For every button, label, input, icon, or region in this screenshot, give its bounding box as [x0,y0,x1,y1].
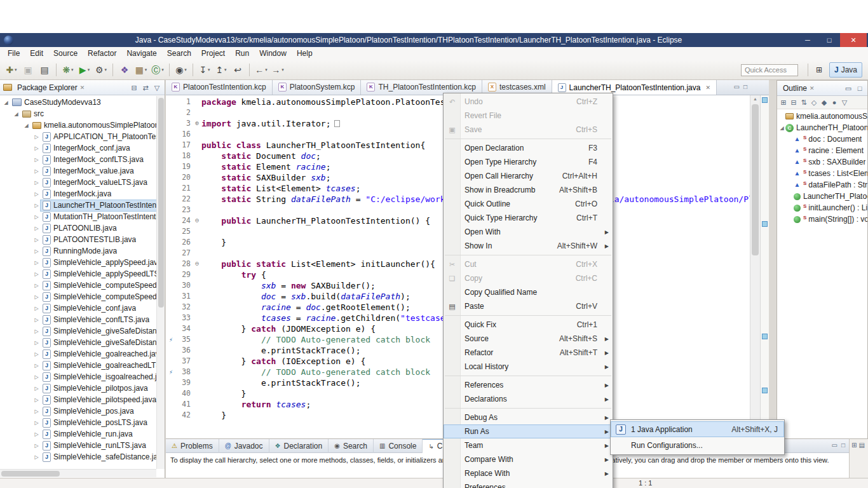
external-tools-button[interactable]: ⚙▾ [93,62,109,78]
outline-item[interactable]: ▲SdataFilePath : String [777,179,867,191]
collapsed-arrow-icon[interactable]: ▷ [32,283,41,288]
close-view-icon[interactable]: ✕ [810,85,815,92]
collapse-all-icon[interactable]: ⊟ [789,97,798,107]
editor-vertical-scrollbar[interactable]: ▲ ▼ [750,95,760,438]
tree-item[interactable]: ▷JIntegerMock_value.java [0,165,156,177]
collapsed-arrow-icon[interactable]: ▷ [32,454,41,460]
editor-tab-platoonsystem-kcp[interactable]: KPlatoonSystem.kcp [273,80,362,95]
tree-item[interactable]: ▷JIntegerMock_valueLTS.java [0,177,156,188]
menu-refactor[interactable]: Refactor [83,47,121,60]
restore-view-icon[interactable]: ⊞ [851,442,857,449]
context-menu-item-open-call-hierarchy[interactable]: Open Call HierarchyCtrl+Alt+H [444,169,613,183]
context-menu-item-show-in-breadcrumb[interactable]: Show in BreadcrumbAlt+Shift+B [444,183,613,197]
context-menu-item-refactor[interactable]: RefactorAlt+Shift+T▶ [444,346,613,360]
outline-item[interactable]: Smain(String[]) : void [777,214,867,225]
debug-button[interactable]: ❋▾ [60,62,76,78]
context-menu-item-paste[interactable]: ▤PasteCtrl+V [444,299,613,313]
new-wizard-button[interactable]: ✚▾ [4,62,19,78]
dropdown-arrow-icon[interactable]: ▾ [71,67,74,72]
outline-item[interactable]: ▲Ssxb : SAXBuilder [777,156,867,168]
context-menu-item-quick-type-hierarchy[interactable]: Quick Type HierarchyCtrl+T [444,211,613,225]
bottom-tab-declaration[interactable]: ❖Declaration [269,439,329,453]
menu-project[interactable]: Project [196,47,230,60]
collapsed-arrow-icon[interactable]: ▷ [32,146,41,151]
dropdown-arrow-icon[interactable]: ▾ [88,67,90,72]
context-menu-item-replace-with[interactable]: Replace With▶ [444,466,613,480]
tree-item[interactable]: ◢CaseStudyModevva13 [0,97,156,108]
editor-tab-platoontestintention-kcp[interactable]: KPlatoonTestIntention.kcp [166,80,273,95]
tree-item[interactable]: ▷JSimpleVehicle_runLTS.java [0,440,156,451]
close-button[interactable]: ✕ [840,33,867,47]
save-button[interactable]: ▣ [20,62,36,78]
hide-static-members-icon[interactable]: ◆ [820,97,829,107]
next-annotation-button[interactable]: ↧▾ [197,62,212,78]
collapsed-arrow-icon[interactable]: ▷ [32,248,41,254]
tree-item[interactable]: ▷JSimpleVehicle_posLTS.java [0,417,156,428]
collapsed-arrow-icon[interactable]: ▷ [32,329,41,334]
collapsed-arrow-icon[interactable]: ▷ [32,226,41,231]
collapsed-arrow-icon[interactable]: ▷ [32,168,41,174]
bottom-tab-problems[interactable]: ⚠Problems [166,439,219,453]
tree-item[interactable]: ▷JSimpleVehicle_goalreached.java [0,348,156,360]
context-menu-item-source[interactable]: SourceAlt+Shift+S▶ [444,332,613,346]
bottom-tab-console[interactable]: ▥Console [374,439,423,453]
menu-navigate[interactable]: Navigate [121,47,161,60]
hide-non-public-icon[interactable]: ● [830,97,839,107]
collapsed-arrow-icon[interactable]: ▷ [32,214,41,220]
minimize-view-icon[interactable]: ▭ [734,83,740,90]
annotation-marker-icon[interactable] [762,97,768,103]
context-menu-item-save[interactable]: ▣SaveCtrl+S [444,123,613,137]
view-menu-icon[interactable]: ▽ [840,97,849,107]
dropdown-arrow-icon[interactable]: ▾ [224,67,227,72]
collapsed-arrow-icon[interactable]: ▷ [32,374,41,380]
expanded-arrow-icon[interactable]: ◢ [2,100,10,105]
outline-item[interactable]: LauncherTH_PlatoonTestIntention() [777,191,867,202]
dropdown-arrow-icon[interactable]: ▾ [161,67,164,72]
new-java-project-button[interactable]: ❖ [117,62,132,78]
menu-window[interactable]: Window [254,47,292,60]
tree-item[interactable]: ▷JSimpleVehicle_pos.java [0,405,156,417]
context-menu-item-local-history[interactable]: Local History▶ [444,360,613,374]
menu-run[interactable]: Run [230,47,254,60]
tree-item[interactable]: ▷JIntegerMock.java [0,188,156,200]
bottom-tab-search[interactable]: ◉Search [329,439,374,453]
tree-item[interactable]: ▷JSimpleVehicle_applySpeedLTS.java [0,268,156,280]
scrollbar-thumb[interactable] [1,471,60,477]
tree-item[interactable]: ▷JRunningMode.java [0,245,156,257]
outline-item[interactable]: kmelia.autonomousSimplePlatoon.PlatoonTe… [777,111,867,122]
context-menu-item-declarations[interactable]: Declarations▶ [444,392,613,406]
collapsed-arrow-icon[interactable]: ▷ [32,431,41,437]
context-menu-item-copy[interactable]: ❏CopyCtrl+C [444,271,613,285]
print-button[interactable]: ▤ [37,62,52,78]
minimize-button[interactable]: ─ [797,33,818,47]
collapsed-arrow-icon[interactable]: ▷ [32,386,41,391]
collapsed-arrow-icon[interactable]: ▷ [32,306,41,311]
expanded-arrow-icon[interactable]: ◢ [12,111,20,117]
context-menu-item-run-as[interactable]: Run As▶ [444,424,613,438]
scrollbar-thumb[interactable] [752,104,759,255]
context-menu-item-open-type-hierarchy[interactable]: Open Type HierarchyF4 [444,155,613,169]
context-menu-item-quick-fix[interactable]: Quick FixCtrl+1 [444,318,613,332]
previous-annotation-button[interactable]: ↥▾ [214,62,229,78]
tree-item[interactable]: ▷JMutationTH_PlatoonTestIntention.java [0,211,156,222]
submenu-item-run-configurations[interactable]: Run Configurations... [611,437,784,453]
package-explorer-horizontal-scrollbar[interactable] [0,469,156,477]
collapsed-arrow-icon[interactable]: ▷ [32,351,41,357]
back-button[interactable]: ←▾ [254,62,269,78]
tree-item[interactable]: ▷JPLATOONTESTLIB.java [0,234,156,245]
tree-item[interactable]: ▷JPLATOONLIB.java [0,222,156,234]
tree-item[interactable]: ▷JSimpleVehicle_run.java [0,428,156,440]
tree-item[interactable]: ▷JSimpleVehicle_applySpeed.java [0,257,156,268]
context-menu-item-open-declaration[interactable]: Open DeclarationF3 [444,141,613,155]
tree-item[interactable]: ▷JSimpleVehicle_safeDistance.java [0,451,156,463]
expanded-arrow-icon[interactable]: ◢ [22,123,31,128]
outline-item[interactable]: SinitLauncher() : List<Element> [777,202,867,214]
context-menu-item-open-with[interactable]: Open With▶ [444,225,613,239]
dropdown-arrow-icon[interactable]: ▾ [145,67,147,72]
collapsed-region-icon[interactable] [334,120,340,127]
hide-fields-icon[interactable]: ◇ [810,97,818,107]
menu-edit[interactable]: Edit [25,47,48,60]
new-class-button[interactable]: Ⓒ▾ [150,62,165,78]
context-menu-item-show-in[interactable]: Show InAlt+Shift+W▶ [444,239,613,253]
open-perspective-button[interactable]: ⊞ [811,62,827,78]
